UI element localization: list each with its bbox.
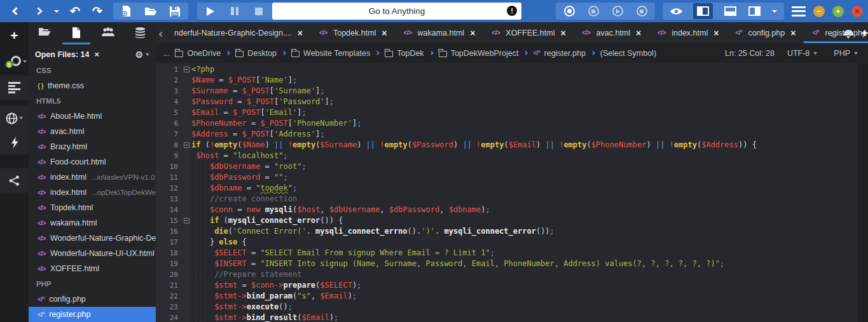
- code-line[interactable]: 2$Name = $_POST['Name'];: [156, 75, 868, 86]
- editor-tab[interactable]: </>wakama.html×: [396, 22, 484, 43]
- code-line[interactable]: 20 //Prepare statement: [156, 269, 868, 280]
- breadcrumb-ellipsis[interactable]: ...: [163, 49, 170, 58]
- lightning-icon[interactable]: [0, 130, 29, 154]
- notifications-icon[interactable]: 0: [0, 48, 29, 76]
- pause-button[interactable]: [228, 3, 242, 20]
- toggle-left-pane-button[interactable]: [693, 3, 713, 19]
- file-item[interactable]: </°register.php: [29, 307, 156, 322]
- toggle-bottom-pane-button[interactable]: [723, 3, 737, 20]
- forward-button[interactable]: [31, 3, 45, 20]
- tab-open-files[interactable]: [62, 27, 90, 44]
- editor-tab[interactable]: </>Topdek.html×: [311, 22, 396, 43]
- stop-button[interactable]: [252, 3, 266, 20]
- tab-list-icon[interactable]: [844, 30, 853, 36]
- info-icon[interactable]: !: [507, 6, 517, 16]
- code-line[interactable]: 11 $dbPassword = "";: [156, 172, 868, 183]
- save-macro-icon[interactable]: [635, 3, 649, 20]
- file-item[interactable]: </>Food-court.html: [29, 154, 156, 170]
- undo-button[interactable]: ↶: [68, 3, 82, 20]
- breadcrumb-item[interactable]: TopDek: [385, 49, 424, 58]
- file-item[interactable]: </°config.php: [29, 292, 156, 307]
- file-item[interactable]: </>wakama.html: [29, 215, 156, 231]
- code-line[interactable]: 21 $stmt = $conn->prepare($SELECT);: [156, 280, 868, 291]
- tab-close-icon[interactable]: ×: [298, 28, 303, 38]
- editor-tab[interactable]: nderful-Nature-Graphic-Design....×: [166, 22, 311, 43]
- breadcrumb-item[interactable]: OneDrive: [175, 49, 221, 58]
- new-tab-button[interactable]: +: [861, 27, 868, 39]
- eye-icon[interactable]: [669, 3, 683, 20]
- code-line[interactable]: 7$Address = $_POST['Address'];: [156, 129, 868, 140]
- gear-icon[interactable]: ⚙: [135, 50, 143, 59]
- code-line[interactable]: 14 $conn = new mysqli($host, $dbUsername…: [156, 205, 868, 215]
- code-line[interactable]: 24 $stmt->bind_result($Email);: [156, 312, 868, 322]
- code-line[interactable]: 22 $stmt->bind_param("s", $Email);: [156, 291, 868, 302]
- editor-tab[interactable]: </>index.html×: [649, 22, 727, 43]
- file-item[interactable]: </>About-Me.html: [29, 109, 156, 124]
- menu-icon[interactable]: [792, 3, 806, 20]
- open-folder-button[interactable]: [144, 3, 158, 20]
- code-editor[interactable]: 1−<?php2$Name = $_POST['Name'];3$Surname…: [156, 63, 868, 322]
- code-line[interactable]: 17 } else {: [156, 237, 868, 248]
- tab-close-icon[interactable]: ×: [636, 28, 641, 38]
- gear-dropdown-icon[interactable]: [146, 53, 149, 56]
- go-to-anything-input[interactable]: [272, 3, 521, 20]
- encoding-selector[interactable]: UTF-8: [787, 49, 817, 58]
- record-macro-icon[interactable]: [562, 3, 576, 20]
- tab-places[interactable]: [31, 27, 59, 41]
- tab-close-icon[interactable]: ×: [790, 28, 796, 38]
- share-icon[interactable]: [0, 168, 29, 192]
- save-button[interactable]: [168, 3, 182, 20]
- language-selector[interactable]: PHP: [830, 49, 858, 58]
- breadcrumb-item[interactable]: TopDekWebProject: [439, 49, 519, 58]
- editor-tab[interactable]: </>avac.html×: [574, 22, 650, 43]
- file-item[interactable]: </>Brazy.html: [29, 139, 156, 154]
- code-line[interactable]: 10 $dbUsername = "root";: [156, 161, 868, 172]
- play-button[interactable]: [203, 3, 217, 20]
- code-line[interactable]: 16 die('Connect Error('. mysqli_connect_…: [156, 226, 868, 237]
- play-macro-icon[interactable]: [610, 3, 624, 20]
- code-line[interactable]: 8−if (!empty($Name) || !empty($Surname) …: [156, 140, 868, 151]
- pane-layout-dropdown-icon[interactable]: [771, 3, 778, 20]
- editor-tab[interactable]: </°config.php×: [727, 22, 804, 43]
- code-line[interactable]: 1−<?php: [156, 64, 868, 75]
- file-item[interactable]: </>Wonderful-Nature-Graphic-Desig: [29, 231, 156, 246]
- redo-button[interactable]: ↷: [90, 3, 104, 20]
- fold-icon[interactable]: −: [184, 218, 189, 224]
- tab-collaboration[interactable]: [94, 27, 122, 41]
- tab-close-icon[interactable]: ×: [713, 28, 719, 38]
- editor-tab[interactable]: </>XOFFEE.html×: [483, 22, 574, 43]
- code-line[interactable]: 9 $host = "localhost";: [156, 151, 868, 161]
- minimize-button[interactable]: −: [813, 6, 825, 17]
- history-dropdown-icon[interactable]: [53, 3, 60, 20]
- code-line[interactable]: 6$PhoneNumber = $_POST['PhoneNumber'];: [156, 118, 868, 129]
- breadcrumb-item[interactable]: Desktop: [235, 49, 277, 58]
- code-line[interactable]: 13 //create connection: [156, 194, 868, 205]
- breadcrumb-item[interactable]: </°register.php: [533, 49, 585, 58]
- file-item[interactable]: </>index.html...opDek\TopDekWebP: [29, 185, 156, 200]
- globe-icon[interactable]: [0, 106, 29, 130]
- fold-icon[interactable]: −: [184, 142, 189, 148]
- code-line[interactable]: 4$Password = $_POST['Password'];: [156, 97, 868, 107]
- scroll-tabs-right-icon[interactable]: [830, 27, 834, 39]
- code-line[interactable]: 18 $SELECT = "SELECT Email From signup W…: [156, 248, 868, 258]
- code-line[interactable]: 15− if (mysqli_connect_error()) {: [156, 215, 868, 226]
- file-item[interactable]: </>index.html...io\laslesVPN-v1.0.0\: [29, 170, 156, 185]
- new-file-button[interactable]: [120, 3, 134, 20]
- tab-databases[interactable]: [126, 27, 154, 43]
- toggle-right-pane-button[interactable]: [747, 3, 761, 20]
- add-button[interactable]: +: [0, 22, 29, 48]
- stop-macro-icon[interactable]: [586, 3, 600, 20]
- file-item[interactable]: </>avac.html: [29, 124, 156, 139]
- breadcrumb-item[interactable]: (Select Symbol): [600, 49, 656, 58]
- breadcrumb-item[interactable]: Website Templates: [291, 49, 370, 58]
- file-item[interactable]: </>Topdek.html: [29, 200, 156, 215]
- back-button[interactable]: [9, 3, 23, 20]
- tab-close-icon[interactable]: ×: [470, 28, 475, 38]
- code-line[interactable]: 3$Surname = $_POST['Surname'];: [156, 86, 868, 97]
- file-item[interactable]: </>XOFFEE.html: [29, 261, 156, 276]
- code-line[interactable]: 23 $stmt->execute();: [156, 302, 868, 312]
- log-list-icon[interactable]: [0, 76, 29, 100]
- maximize-button[interactable]: +: [832, 6, 844, 17]
- code-line[interactable]: 12 $dbname = "topdek";: [156, 183, 868, 194]
- close-panel-icon[interactable]: ×: [94, 50, 99, 59]
